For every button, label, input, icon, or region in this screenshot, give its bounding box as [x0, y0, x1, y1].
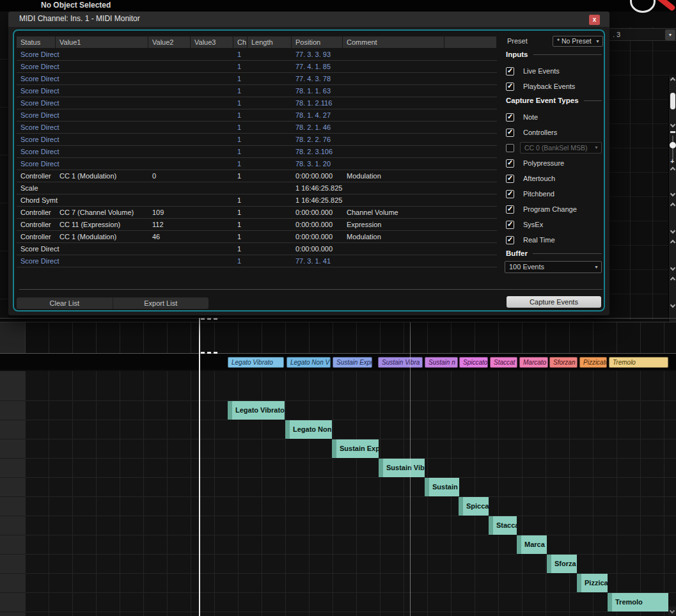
table-cell	[56, 158, 148, 170]
table-row[interactable]: Scale1 16:46:25.825	[17, 182, 497, 194]
articulation-chip[interactable]: Legato Vibrato	[228, 357, 284, 368]
table-row[interactable]: Score Direct10:00:00.000	[17, 243, 497, 255]
checked-checkbox[interactable]: ✓	[506, 159, 514, 168]
table-row[interactable]: Score Direct177. 3. 3. 93	[17, 49, 497, 61]
table-cell	[56, 243, 148, 255]
articulation-chip[interactable]: Legato Non V	[287, 357, 331, 368]
articulation-chip[interactable]: Marcato	[519, 357, 548, 368]
articulation-chip[interactable]: Sustain Expre	[333, 357, 372, 368]
scroll-up-icon[interactable]	[670, 77, 675, 83]
column-header[interactable]	[444, 36, 497, 48]
clear-list-button[interactable]: Clear List	[17, 297, 113, 309]
table-cell	[148, 85, 191, 97]
table-cell: 1	[233, 122, 248, 133]
checked-checkbox[interactable]: ✓	[506, 67, 514, 75]
table-row[interactable]: Score Direct177. 3. 1. 41	[17, 255, 497, 267]
articulation-chip[interactable]: Sustain n	[425, 357, 458, 368]
checked-checkbox[interactable]: ✓	[506, 190, 514, 198]
column-header[interactable]: Value2	[148, 36, 191, 48]
articulation-chip[interactable]: Pizzicato	[579, 357, 607, 368]
table-cell: Chord Symt	[17, 194, 56, 206]
table-row[interactable]: Score Direct177. 4. 1. 85	[17, 61, 497, 73]
articulation-event-block[interactable]: Sustain Vib	[379, 459, 425, 477]
articulation-event-block[interactable]: Sforza	[547, 555, 577, 573]
scroll-down-box[interactable]	[668, 606, 676, 615]
articulation-chip[interactable]: Tremolo	[609, 357, 668, 368]
table-header: StatusValue1Value2Value3ChLengthPosition…	[17, 36, 497, 48]
unchecked-checkbox[interactable]	[506, 144, 514, 152]
table-row[interactable]: ControllerCC 1 (Modulation)010:00:00.000…	[17, 170, 497, 182]
cc-selector-dropdown[interactable]: CC 0 (BankSel MSB)▼	[520, 142, 602, 154]
scroll-up-icon[interactable]	[670, 240, 675, 245]
column-header[interactable]: Position	[292, 36, 343, 48]
column-header[interactable]: Length	[248, 36, 292, 48]
articulation-event-block[interactable]: Sustain	[425, 478, 459, 496]
scroll-down-icon[interactable]	[670, 228, 675, 233]
playhead[interactable]	[199, 318, 200, 616]
table-row[interactable]: Chord Symt11 16:46:25.825	[17, 194, 497, 207]
zoom-slider-knob[interactable]	[670, 142, 676, 148]
export-list-button[interactable]: Export List	[113, 297, 209, 309]
articulation-event-block[interactable]: Tremolo	[608, 593, 668, 612]
checked-checkbox[interactable]: ✓	[506, 205, 514, 214]
table-row[interactable]: ControllerCC 7 (Channel Volume)10910:00:…	[17, 207, 497, 219]
zoom-out-icon[interactable]	[670, 131, 675, 133]
zoom-in-icon[interactable]: +	[670, 159, 676, 164]
table-row[interactable]: Score Direct178. 2. 1. 46	[17, 122, 497, 134]
scroll-down-icon[interactable]	[670, 265, 675, 271]
articulation-chip[interactable]: Sforzan	[549, 357, 578, 368]
timeline-ruler[interactable]	[0, 322, 676, 353]
checked-checkbox[interactable]: ✓	[506, 83, 514, 91]
column-header[interactable]: Value3	[191, 36, 233, 48]
table-row[interactable]: Score Direct178. 2. 2. 76	[17, 134, 497, 146]
close-button[interactable]: x	[589, 15, 600, 25]
articulation-event-block[interactable]: Spicca	[459, 497, 489, 516]
articulation-chip[interactable]: Staccat	[490, 357, 517, 368]
dialog-titlebar[interactable]: MIDI Channel: Ins. 1 - MIDI Monitor x	[8, 12, 609, 27]
checked-checkbox[interactable]: ✓	[506, 221, 514, 229]
checked-checkbox[interactable]: ✓	[506, 236, 514, 244]
table-cell	[56, 194, 148, 206]
checked-checkbox[interactable]: ✓	[506, 175, 514, 183]
table-row[interactable]: ControllerCC 1 (Modulation)4610:00:00.00…	[17, 231, 497, 243]
scroll-down-icon[interactable]	[670, 191, 675, 196]
table-row[interactable]: Score Direct178. 3. 1. 20	[17, 158, 497, 170]
scroll-up-icon[interactable]	[670, 203, 675, 208]
scroll-down-icon[interactable]	[670, 122, 675, 127]
articulation-event-block[interactable]: Legato Vibrato	[228, 401, 285, 420]
table-row[interactable]: Score Direct178. 1. 2.116	[17, 97, 497, 109]
table-row[interactable]: Score Direct178. 1. 4. 27	[17, 109, 497, 122]
scroll-up-icon[interactable]	[670, 167, 675, 172]
scroll-down-icon[interactable]	[670, 303, 675, 308]
articulation-event-block[interactable]: Legato Non	[285, 420, 332, 439]
table-cell: Expression	[343, 219, 444, 230]
dialog-title: MIDI Channel: Ins. 1 - MIDI Monitor	[19, 14, 140, 23]
articulation-event-block[interactable]: Sustain Exp	[332, 439, 379, 458]
checked-checkbox[interactable]: ✓	[506, 113, 514, 122]
table-cell	[148, 97, 191, 109]
dropdown-button[interactable]: ▼	[665, 29, 675, 40]
articulation-event-block[interactable]: Marca	[517, 535, 547, 554]
column-header[interactable]: Status	[17, 36, 56, 48]
column-header[interactable]: Comment	[343, 36, 444, 48]
preset-dropdown[interactable]: * No Preset▼	[553, 36, 603, 47]
table-row[interactable]: Score Direct178. 2. 3.106	[17, 146, 497, 158]
articulation-chip[interactable]: Spiccato	[459, 357, 488, 368]
checkbox-row: ✓Pitchbend	[506, 189, 603, 199]
articulation-chip[interactable]: Sustain Vibra	[378, 357, 423, 368]
buffer-dropdown[interactable]: 100 Events▼	[505, 261, 602, 273]
column-header[interactable]: Value1	[56, 36, 148, 48]
table-row[interactable]: Score Direct178. 1. 1. 63	[17, 85, 497, 97]
checked-checkbox[interactable]: ✓	[506, 129, 514, 137]
locator-dash-marker	[201, 318, 217, 320]
table-cell: 1 16:46:25.825	[292, 194, 343, 206]
scroll-up-icon[interactable]	[670, 277, 675, 282]
table-row[interactable]: ControllerCC 11 (Expression)11210:00:00.…	[17, 219, 497, 231]
vertical-scrollbar-thumb[interactable]	[670, 93, 675, 109]
table-row[interactable]: Score Direct177. 4. 3. 78	[17, 73, 497, 85]
articulation-event-block[interactable]: Stacca	[489, 516, 517, 535]
table-cell: 1	[233, 194, 248, 206]
capture-events-button[interactable]: Capture Events	[507, 296, 601, 308]
column-header[interactable]: Ch	[233, 36, 248, 48]
articulation-event-block[interactable]: Pizzica	[577, 574, 608, 592]
